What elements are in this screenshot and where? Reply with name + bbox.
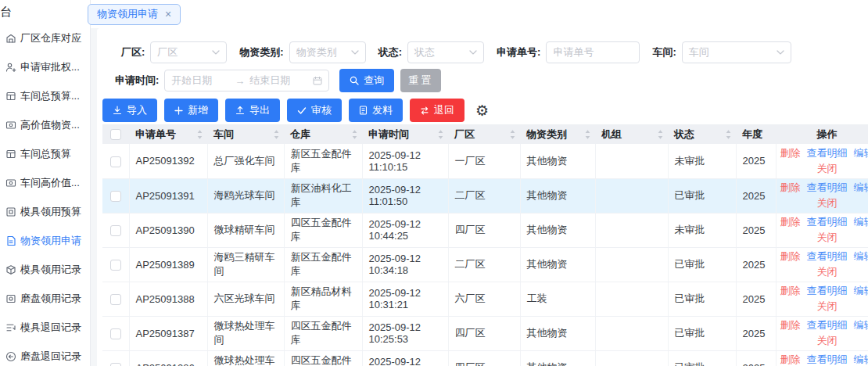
row-checkbox[interactable] [110,156,121,167]
cell-unit [595,144,668,178]
sort-icon[interactable] [725,129,732,140]
edit-link[interactable]: 编辑 [854,353,868,365]
sort-icon[interactable] [584,129,591,140]
export-button[interactable]: 导出 [225,99,280,122]
cell-workshop: 微球热处理车间 [207,350,284,366]
sidebar-item-apply-approval-auth[interactable]: 申请审批权... [0,52,90,81]
header-order-no[interactable]: 申请单号 [129,124,207,144]
sidebar-item-mold-issue-record[interactable]: 模具领用记录 [0,255,90,284]
cell-status: 已审批 [668,350,736,366]
table-body: AP25091392 总厂强化车间 新区五金配件库 2025-09-12 11:… [102,144,868,366]
view-detail-link[interactable]: 查看明细 [807,319,848,331]
table-row[interactable]: AP25091391 海鸥光球车间 新区油料化工库 2025-09-12 11:… [102,178,868,213]
header-warehouse[interactable]: 仓库 [284,124,362,144]
sidebar-item-workshop-total-budget-2[interactable]: 车间总预算 [0,139,90,168]
table-row[interactable]: AP25091388 六区光球车间 新区精品材料库 2025-09-12 10:… [102,282,868,316]
view-detail-link[interactable]: 查看明细 [807,250,848,262]
sidebar-item-disc-return-record[interactable]: 磨盘退回记录 [0,342,90,366]
close-link[interactable]: 关闭 [817,335,838,346]
view-detail-link[interactable]: 查看明细 [807,353,848,365]
status-select[interactable]: 状态 [407,41,484,63]
view-detail-link[interactable]: 查看明细 [807,285,848,296]
edit-link[interactable]: 编辑 [854,181,868,193]
header-factory[interactable]: 厂区 [448,124,520,144]
issue-button[interactable]: 发料 [349,99,403,122]
cell-warehouse: 四区五金配件库 [284,316,362,350]
sidebar-item-high-value-material[interactable]: 高价值物资... [0,110,90,139]
add-button[interactable]: 新增 [164,99,218,122]
factory-placeholder: 厂区 [157,45,178,59]
factory-select[interactable]: 厂区 [150,41,227,63]
select-all-checkbox[interactable] [110,129,121,140]
table-row[interactable]: AP25091386 微球热处理车间 四区五金配件库 2025-09-12 10… [102,350,868,366]
reset-button[interactable]: 重置 [400,69,441,92]
table-row[interactable]: AP25091387 微球热处理车间 四区五金配件库 2025-09-12 10… [102,316,868,350]
delete-link[interactable]: 删除 [780,181,801,193]
table-row[interactable]: AP25091392 总厂强化车间 新区五金配件库 2025-09-12 11:… [102,144,868,178]
view-detail-link[interactable]: 查看明细 [807,216,848,228]
sidebar-item-mold-budget[interactable]: 模具领用预算 [0,197,90,226]
return-button[interactable]: 退回 [410,99,464,122]
row-checkbox[interactable] [110,225,121,236]
apply-time-range-picker[interactable]: 开始日期 → 结束日期 [164,70,329,92]
sidebar-item-factory-warehouse-map[interactable]: 厂区仓库对应 [0,23,90,52]
close-link[interactable]: 关闭 [817,300,838,312]
sort-icon[interactable] [273,129,280,140]
import-button[interactable]: 导入 [102,99,157,122]
sort-icon[interactable] [351,129,358,140]
audit-button[interactable]: 审核 [287,99,342,122]
sort-icon[interactable] [509,129,516,140]
sort-icon[interactable] [196,129,203,140]
close-link[interactable]: 关闭 [817,163,838,174]
header-status[interactable]: 状态 [668,124,736,144]
close-link[interactable]: 关闭 [817,197,838,209]
header-workshop[interactable]: 车间 [207,124,284,144]
tab-material-apply[interactable]: 物资领用申请 × [88,4,181,25]
sidebar-item-disc-issue-record[interactable]: 磨盘领用记录 [0,284,90,313]
header-apply-time[interactable]: 申请时间 [362,124,448,144]
order-no-input[interactable]: 申请单号 [546,41,640,63]
header-category[interactable]: 物资类别 [520,124,595,144]
sidebar-item-label: 厂区仓库对应 [20,31,81,45]
sidebar-item-material-apply[interactable]: 物资领用申请 [0,226,90,255]
search-button[interactable]: 查询 [339,69,394,92]
export-button-label: 导出 [249,103,270,117]
sidebar-item-mold-return-record[interactable]: 模具退回记录 [0,313,90,342]
view-detail-link[interactable]: 查看明细 [807,147,848,159]
end-date-placeholder[interactable]: 结束日期 [249,74,308,88]
workshop-select[interactable]: 车间 [682,41,791,63]
row-checkbox[interactable] [110,328,121,339]
gear-icon[interactable]: ⚙ [475,103,489,118]
row-checkbox[interactable] [110,363,121,366]
delete-link[interactable]: 删除 [780,250,801,262]
edit-link[interactable]: 编辑 [854,216,868,228]
header-operations: 操作 [776,124,868,144]
row-checkbox[interactable] [110,260,121,271]
edit-link[interactable]: 编辑 [854,147,868,159]
table-row[interactable]: AP25091389 海鸥三精研车间 新区五金配件库 2025-09-12 10… [102,247,868,282]
row-checkbox[interactable] [110,294,121,305]
delete-link[interactable]: 删除 [780,285,801,296]
category-select[interactable]: 物资类别 [289,41,366,63]
header-unit[interactable]: 机组 [595,124,668,144]
delete-link[interactable]: 删除 [780,319,801,331]
sidebar-item-workshop-high-value[interactable]: 车间高价值... [0,168,90,197]
header-year: 年度 [736,124,776,144]
close-link[interactable]: 关闭 [817,231,838,243]
sort-icon[interactable] [657,129,664,140]
delete-link[interactable]: 删除 [780,353,801,365]
edit-link[interactable]: 编辑 [854,285,868,296]
sidebar-item-workshop-total-budget-1[interactable]: 车间总预算... [0,81,90,110]
delete-link[interactable]: 删除 [780,147,801,159]
edit-link[interactable]: 编辑 [854,319,868,331]
tab-close-icon[interactable]: × [165,9,171,20]
sort-icon[interactable] [437,129,444,140]
delete-link[interactable]: 删除 [780,216,801,228]
start-date-placeholder[interactable]: 开始日期 [171,74,230,88]
table-row[interactable]: AP25091390 微球精研车间 四区五金配件库 2025-09-12 10:… [102,213,868,247]
cell-unit [595,316,668,350]
row-checkbox[interactable] [110,191,121,202]
view-detail-link[interactable]: 查看明细 [807,181,848,193]
close-link[interactable]: 关闭 [817,266,838,278]
edit-link[interactable]: 编辑 [854,250,868,262]
